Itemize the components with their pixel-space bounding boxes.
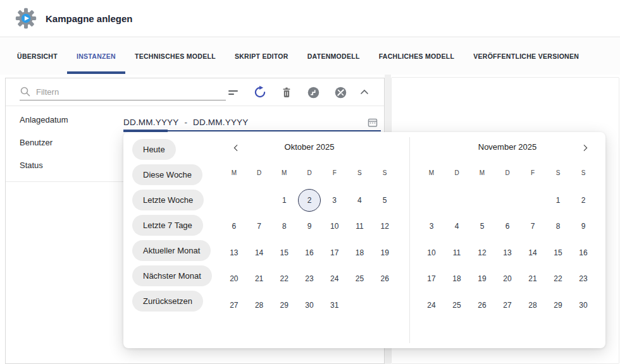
quick-option-letzte-7-tage[interactable]: Letzte 7 Tage <box>132 215 203 236</box>
day-number: 2 <box>298 189 321 212</box>
day-number: 4 <box>348 189 371 212</box>
route-disabled-icon[interactable] <box>332 83 349 101</box>
search-field[interactable] <box>20 83 226 100</box>
day-cell[interactable]: 24 <box>322 266 347 293</box>
date-start-value[interactable]: DD.MM.YYYY <box>123 118 179 127</box>
tab-ubersicht[interactable]: ÜBERSICHT <box>8 38 67 75</box>
day-cell[interactable]: 8 <box>545 214 571 240</box>
day-cell[interactable]: 25 <box>347 266 373 293</box>
day-cell[interactable]: 3 <box>322 187 347 214</box>
calendar-icon[interactable] <box>366 116 380 130</box>
day-cell[interactable]: 3 <box>419 214 444 240</box>
quick-option-letzte-woche[interactable]: Letzte Woche <box>132 190 204 210</box>
quick-option-diese-woche[interactable]: Diese Woche <box>132 164 202 185</box>
day-number: 18 <box>348 241 371 264</box>
route-icon[interactable] <box>304 83 322 101</box>
day-cell[interactable]: 19 <box>372 240 397 266</box>
day-cell[interactable]: 22 <box>271 266 297 293</box>
quick-option-heute[interactable]: Heute <box>132 139 176 160</box>
tab-instanzen[interactable]: INSTANZEN <box>67 38 125 75</box>
day-cell[interactable]: 17 <box>419 266 444 293</box>
day-cell[interactable]: 5 <box>469 214 495 240</box>
day-cell[interactable]: 6 <box>221 214 247 240</box>
quick-option-aktueller-monat[interactable]: Aktueller Monat <box>132 240 211 261</box>
search-input[interactable] <box>36 85 223 99</box>
day-number: 13 <box>223 241 245 264</box>
day-cell[interactable]: 25 <box>444 292 469 318</box>
day-cell[interactable]: 9 <box>571 214 596 240</box>
day-cell[interactable]: 12 <box>372 214 397 240</box>
day-cell[interactable]: 29 <box>545 292 571 318</box>
day-cell[interactable]: 6 <box>495 214 520 240</box>
sort-icon[interactable] <box>225 83 242 101</box>
day-cell[interactable]: 5 <box>372 187 397 214</box>
day-cell[interactable]: 28 <box>520 292 545 318</box>
day-cell[interactable]: 10 <box>419 240 444 266</box>
tab-veroffentliche-versionen[interactable]: VERÖFFENTLICHE VERSIONEN <box>464 38 588 75</box>
day-cell[interactable]: 2 <box>571 187 596 214</box>
day-cell[interactable]: 24 <box>419 292 444 318</box>
day-cell[interactable]: 22 <box>545 266 571 293</box>
day-number: 25 <box>445 294 468 317</box>
day-cell[interactable]: 13 <box>221 240 247 266</box>
day-cell[interactable]: 8 <box>271 214 297 240</box>
day-cell[interactable]: 15 <box>545 240 571 266</box>
day-cell[interactable]: 18 <box>444 266 469 293</box>
next-month-button[interactable] <box>578 141 592 155</box>
day-cell[interactable]: 16 <box>571 240 596 266</box>
day-cell[interactable]: 1 <box>271 187 297 214</box>
day-cell[interactable]: 30 <box>571 292 596 318</box>
day-cell[interactable]: 16 <box>297 240 322 266</box>
day-cell[interactable]: 31 <box>322 292 347 318</box>
day-number <box>445 189 468 212</box>
day-cell[interactable]: 27 <box>495 292 520 318</box>
day-cell[interactable]: 17 <box>322 240 347 266</box>
tab-datenmodell[interactable]: DATENMODELL <box>298 38 369 75</box>
day-cell[interactable]: 1 <box>545 187 571 214</box>
page-title: Kampagne anlegen <box>46 0 133 37</box>
day-cell[interactable]: 27 <box>221 292 247 318</box>
tab-skript-editor[interactable]: SKRIPT EDITOR <box>225 38 298 75</box>
day-number: 11 <box>348 215 371 238</box>
day-cell[interactable]: 19 <box>469 266 495 293</box>
day-cell[interactable]: 28 <box>247 292 272 318</box>
day-cell[interactable]: 30 <box>297 292 322 318</box>
day-cell[interactable]: 11 <box>444 240 469 266</box>
month-title: November 2025 <box>419 142 596 152</box>
day-cell[interactable]: 20 <box>495 266 520 293</box>
day-cell[interactable]: 4 <box>347 187 373 214</box>
day-cell[interactable]: 15 <box>271 240 297 266</box>
day-cell[interactable]: 20 <box>221 266 247 293</box>
delete-icon[interactable] <box>278 83 295 101</box>
date-end-value[interactable]: DD.MM.YYYY <box>193 118 249 127</box>
tab-fachliches-modell[interactable]: FACHLICHES MODELL <box>369 38 464 75</box>
day-cell[interactable]: 10 <box>322 214 347 240</box>
day-cell[interactable]: 14 <box>247 240 272 266</box>
day-cell[interactable]: 21 <box>247 266 272 293</box>
day-number: 17 <box>420 267 443 290</box>
day-cell[interactable]: 23 <box>571 266 596 293</box>
day-cell[interactable]: 13 <box>495 240 520 266</box>
refresh-icon[interactable] <box>251 83 269 101</box>
tab-technisches-modell[interactable]: TECHNISCHES MODELL <box>125 38 225 75</box>
day-cell[interactable]: 26 <box>469 292 495 318</box>
day-cell[interactable]: 18 <box>347 240 373 266</box>
day-cell[interactable]: 7 <box>247 214 272 240</box>
day-cell[interactable]: 21 <box>520 266 545 293</box>
date-range-input[interactable]: DD.MM.YYYY - DD.MM.YYYY <box>123 114 381 131</box>
day-cell[interactable]: 4 <box>444 214 469 240</box>
day-cell[interactable]: 9 <box>297 214 322 240</box>
day-cell[interactable]: 7 <box>520 214 545 240</box>
day-cell[interactable]: 29 <box>271 292 297 318</box>
day-number: 7 <box>521 215 544 238</box>
day-cell[interactable]: 23 <box>297 266 322 293</box>
collapse-icon[interactable] <box>356 83 373 101</box>
quick-option-nachster-monat[interactable]: Nächster Monat <box>132 265 212 286</box>
day-cell[interactable]: 11 <box>347 214 373 240</box>
quick-option-zurucksetzen[interactable]: Zurücksetzen <box>132 291 203 312</box>
gear-play-icon <box>15 8 37 29</box>
day-cell[interactable]: 26 <box>372 266 397 293</box>
day-cell[interactable]: 2 <box>297 187 322 214</box>
day-cell[interactable]: 14 <box>520 240 545 266</box>
day-cell[interactable]: 12 <box>469 240 495 266</box>
